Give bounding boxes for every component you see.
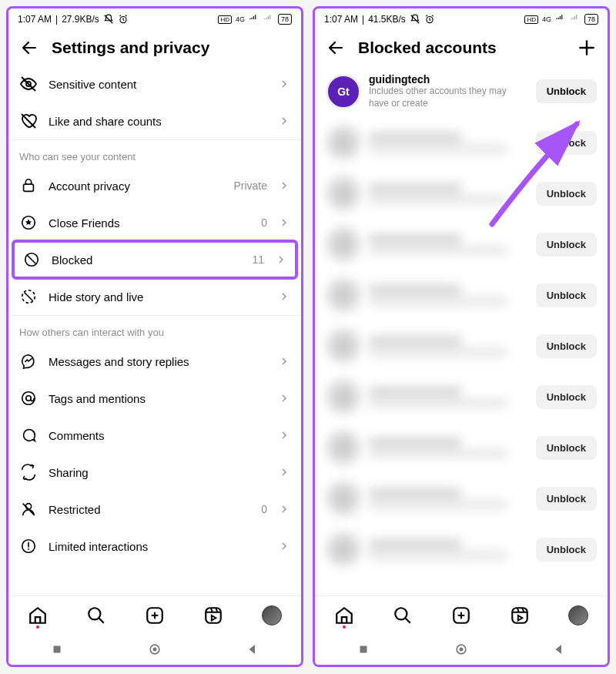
back-button[interactable] — [552, 642, 566, 656]
account-row-blurred: Unblock — [315, 473, 608, 524]
account-row: Gt guidingtech Includes other accounts t… — [315, 65, 608, 117]
heart-slash-icon — [19, 112, 38, 130]
system-nav — [315, 634, 608, 665]
row-account-privacy[interactable]: Account privacy Private — [8, 167, 301, 204]
row-messages[interactable]: Messages and story replies — [8, 343, 301, 380]
back-icon[interactable] — [326, 38, 346, 58]
home-button[interactable] — [147, 642, 162, 657]
blocked-accounts-list[interactable]: Gt guidingtech Includes other accounts t… — [315, 65, 608, 595]
row-sharing[interactable]: Sharing — [8, 454, 301, 491]
chevron-right-icon — [275, 253, 287, 266]
chevron-right-icon — [278, 115, 290, 127]
row-label: Messages and story replies — [49, 355, 267, 368]
home-button[interactable] — [454, 642, 469, 657]
unblock-button[interactable]: Unblock — [536, 334, 597, 358]
unblock-button[interactable]: Unblock — [536, 79, 597, 103]
account-row-blurred: Unblock — [315, 219, 608, 270]
avatar-icon — [326, 430, 361, 465]
row-label: Tags and mentions — [49, 392, 267, 405]
dnd-icon — [103, 14, 114, 25]
notification-dot-icon — [343, 625, 346, 629]
avatar-icon — [326, 379, 361, 414]
page-header: Blocked accounts — [315, 30, 608, 65]
row-comments[interactable]: Comments — [8, 417, 301, 454]
tab-profile[interactable] — [563, 600, 594, 631]
alarm-icon — [118, 14, 129, 25]
tab-home[interactable] — [22, 600, 53, 631]
avatar-icon — [326, 125, 361, 160]
row-label: Sharing — [49, 466, 267, 479]
row-close-friends[interactable]: Close Friends 0 — [8, 204, 301, 241]
row-like-share-counts[interactable]: Like and share counts — [8, 102, 301, 139]
account-desc: Includes other accounts they may have or… — [369, 86, 528, 109]
unblock-button[interactable]: Unblock — [536, 233, 597, 257]
chevron-right-icon — [278, 355, 290, 367]
back-button[interactable] — [246, 642, 259, 656]
account-row-blurred: Unblock — [315, 371, 608, 422]
unblock-button[interactable]: Unblock — [536, 385, 597, 409]
avatar-icon — [326, 328, 361, 364]
add-button[interactable] — [577, 38, 597, 58]
blocked-icon — [22, 250, 41, 269]
svg-point-7 — [26, 396, 31, 401]
alarm-icon — [424, 14, 435, 25]
avatar-icon — [326, 277, 361, 313]
tab-search[interactable] — [81, 600, 112, 631]
dashed-circle-icon — [19, 287, 38, 306]
svg-point-17 — [395, 608, 407, 619]
unblock-button[interactable]: Unblock — [536, 182, 597, 206]
row-label: Limited interactions — [49, 540, 267, 553]
tab-create[interactable] — [446, 600, 477, 631]
tab-search[interactable] — [387, 600, 418, 631]
recent-apps-button[interactable] — [50, 642, 64, 656]
row-hide-story[interactable]: Hide story and live — [8, 278, 301, 315]
chevron-right-icon — [278, 179, 290, 192]
chevron-right-icon — [278, 78, 290, 90]
unblock-button[interactable]: Unblock — [536, 487, 597, 511]
tab-profile[interactable] — [256, 600, 287, 631]
phone-right: 1:07 AM | 41.5KB/s HD 4G 78 Blocked acco… — [313, 6, 610, 667]
row-value: Private — [233, 179, 267, 192]
chevron-right-icon — [278, 429, 290, 441]
row-restricted[interactable]: Restricted 0 — [8, 491, 301, 528]
row-label: Account privacy — [49, 179, 223, 193]
status-net-speed: 41.5KB/s — [368, 14, 406, 25]
svg-point-6 — [22, 392, 35, 405]
unblock-button[interactable]: Unblock — [536, 538, 597, 562]
row-limited-interactions[interactable]: Limited interactions — [8, 528, 301, 565]
bottom-nav — [315, 595, 608, 634]
unblock-button[interactable]: Unblock — [536, 436, 597, 460]
account-row-blurred: Unblock — [315, 320, 608, 371]
sharing-icon — [19, 463, 38, 481]
restricted-icon — [19, 500, 38, 518]
chevron-right-icon — [278, 290, 290, 303]
row-blocked[interactable]: Blocked 11 — [12, 240, 298, 280]
tab-reels[interactable] — [198, 600, 229, 631]
row-tags-mentions[interactable]: Tags and mentions — [8, 380, 301, 417]
tab-home[interactable] — [329, 600, 360, 631]
tab-reels[interactable] — [504, 600, 535, 631]
avatar-icon — [326, 176, 361, 211]
row-sensitive-content[interactable]: Sensitive content — [8, 65, 301, 102]
svg-point-22 — [460, 648, 464, 652]
svg-rect-20 — [360, 646, 367, 653]
comment-icon — [19, 426, 38, 444]
avatar-icon — [326, 481, 361, 516]
unblock-button[interactable]: Unblock — [536, 131, 597, 155]
tab-create[interactable] — [139, 600, 170, 631]
unblock-button[interactable]: Unblock — [536, 283, 597, 307]
settings-list[interactable]: Sensitive content Like and share counts … — [8, 65, 301, 595]
notification-dot-icon — [36, 625, 39, 629]
row-label: Comments — [49, 429, 267, 442]
signal-icon — [249, 14, 259, 25]
hd-icon: HD — [524, 15, 538, 24]
avatar-icon — [326, 226, 361, 262]
recent-apps-button[interactable] — [357, 642, 370, 656]
row-label: Blocked — [52, 253, 241, 267]
account-row-blurred: Unblock — [315, 524, 608, 575]
status-net-speed: 27.9KB/s — [62, 14, 99, 25]
svg-rect-19 — [512, 608, 527, 623]
messenger-icon — [19, 352, 38, 371]
back-icon[interactable] — [19, 38, 39, 58]
row-value: 0 — [261, 503, 267, 515]
